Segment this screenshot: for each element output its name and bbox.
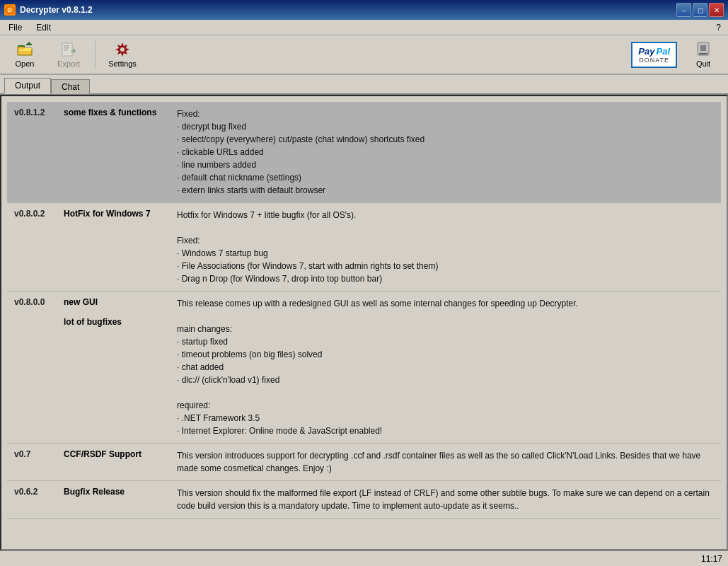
version-title: Bugfix Release [57, 481, 170, 519]
open-button[interactable]: Open [4, 38, 45, 71]
svg-text:D: D [8, 7, 12, 13]
settings-button[interactable]: Settings [102, 38, 143, 71]
version-number: v0.8.0.0 [7, 291, 57, 444]
version-description: Hotfix for Windows 7 + little bugfix (fo… [170, 203, 721, 291]
svg-rect-3 [26, 44, 32, 45]
settings-label: Settings [108, 59, 137, 68]
version-description: This release comes up with a redesigned … [170, 291, 721, 444]
toolbar-separator [95, 40, 96, 69]
window-controls: – ◻ ✕ [676, 3, 724, 17]
tab-output[interactable]: Output [4, 78, 51, 94]
table-row: v0.8.1.2some fixes & functionsFixed:· de… [7, 102, 721, 203]
close-button[interactable]: ✕ [709, 3, 724, 17]
donate-text: DONATE [639, 57, 669, 64]
help-button[interactable]: ? [712, 21, 725, 34]
paypal-text: Pay [638, 46, 654, 57]
version-description: This version should fix the malformed fi… [170, 481, 721, 519]
menu-edit[interactable]: Edit [30, 21, 57, 34]
svg-rect-8 [64, 50, 68, 51]
svg-marker-4 [27, 42, 31, 44]
quit-button[interactable]: Quit [683, 38, 724, 71]
svg-rect-12 [700, 45, 706, 51]
version-title: new GUIlot of bugfixes [57, 291, 170, 444]
version-description: Fixed:· decrypt bug fixed· select/copy (… [170, 102, 721, 203]
svg-rect-7 [64, 47, 69, 49]
version-title: CCF/RSDF Support [57, 444, 170, 481]
paypal-button[interactable]: PayPal DONATE [631, 42, 677, 68]
quit-label: Quit [696, 59, 710, 68]
version-title: HotFix for Windows 7 [57, 203, 170, 291]
svg-rect-6 [64, 45, 69, 47]
minimize-button[interactable]: – [676, 3, 691, 17]
export-icon [60, 41, 77, 58]
status-time: 11:17 [701, 554, 722, 564]
version-description: This version introduces support for decr… [170, 444, 721, 481]
svg-point-10 [120, 47, 125, 52]
tab-bar: Output Chat [0, 75, 728, 95]
quit-icon [695, 41, 712, 58]
version-number: v0.8.1.2 [7, 102, 57, 203]
toolbar: Open Export Settings PayP [0, 35, 728, 75]
table-row: v0.8.0.0new GUIlot of bugfixesThis relea… [7, 291, 721, 444]
settings-icon [114, 41, 131, 58]
table-row: v0.6.2Bugfix ReleaseThis version should … [7, 481, 721, 519]
toolbar-right: PayPal DONATE Quit [631, 38, 724, 71]
scroll-content[interactable]: v0.8.1.2some fixes & functionsFixed:· de… [1, 96, 727, 549]
version-number: v0.8.0.2 [7, 203, 57, 291]
title-bar: D Decrypter v0.8.1.2 – ◻ ✕ [0, 0, 728, 20]
table-row: v0.8.0.2HotFix for Windows 7Hotfix for W… [7, 203, 721, 291]
content-area: v0.8.1.2some fixes & functionsFixed:· de… [0, 95, 728, 550]
open-label: Open [16, 59, 35, 68]
restore-button[interactable]: ◻ [693, 3, 707, 17]
version-number: v0.7 [7, 444, 57, 481]
open-icon [16, 41, 33, 58]
tab-chat[interactable]: Chat [51, 79, 90, 94]
svg-rect-13 [699, 53, 707, 54]
status-bar: 11:17 [0, 550, 728, 566]
export-button[interactable]: Export [48, 38, 89, 71]
app-icon: D [4, 4, 16, 16]
table-row: v0.7CCF/RSDF SupportThis version introdu… [7, 444, 721, 481]
menu-file[interactable]: File [3, 21, 28, 34]
version-number: v0.6.2 [7, 481, 57, 519]
paypal-text2: Pal [656, 46, 670, 57]
version-title: some fixes & functions [57, 102, 170, 203]
version-table: v0.8.1.2some fixes & functionsFixed:· de… [7, 102, 721, 519]
menu-bar: File Edit ? [0, 20, 728, 35]
export-label: Export [57, 59, 80, 68]
window-title: Decrypter v0.8.1.2 [20, 5, 672, 15]
